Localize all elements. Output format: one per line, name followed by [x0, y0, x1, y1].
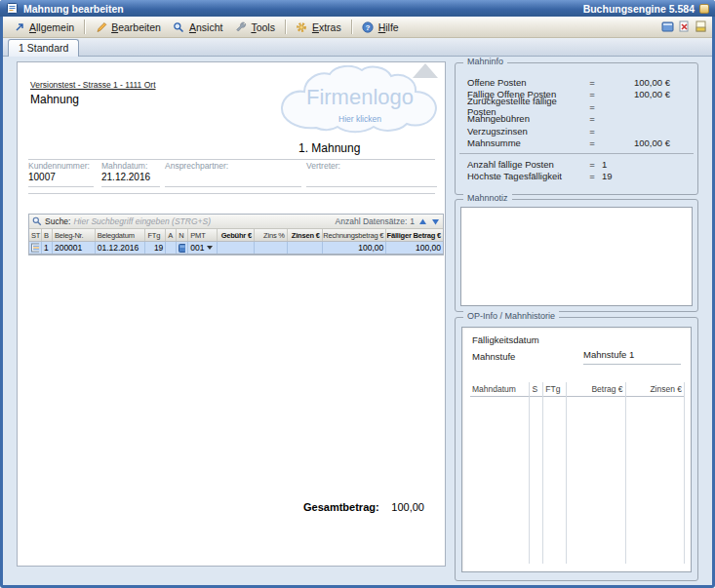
note-icon[interactable] [695, 20, 707, 33]
record-detail-icon [31, 243, 39, 253]
search-icon[interactable] [32, 216, 42, 226]
mahnnotiz-textarea[interactable] [460, 207, 693, 306]
sender-address-link[interactable]: Versionstest - Strasse 1 - 1111 Ort [30, 80, 156, 90]
window-icon[interactable] [661, 20, 674, 33]
arrow-up-icon[interactable] [417, 216, 427, 226]
history-header-mahndatum: Mahndatum [470, 382, 529, 397]
cell-faelliger-betrag: 100,00 [386, 242, 443, 254]
titlebar-button[interactable] [699, 4, 709, 14]
field-value[interactable]: 10007 [28, 171, 94, 184]
mahnung-heading: 1. Mahnung [298, 141, 360, 155]
history-column: Betrag € [567, 382, 625, 564]
history-header-s: S [530, 382, 542, 397]
pmt-value: 001 [190, 243, 204, 253]
cancel-icon[interactable] [678, 20, 691, 33]
toolbar-separator [285, 20, 286, 34]
titlebar: Mahnung bearbeiten Buchungsengine 5.584 [0, 0, 715, 17]
column-header-a[interactable]: A [166, 229, 177, 241]
column-header-gebuehr[interactable]: Gebühr € [218, 229, 255, 241]
field-value[interactable]: 21.12.2016 [101, 171, 160, 184]
cell-rechnungsbetrag: 100,00 [323, 242, 387, 254]
group-title: Mahninfo [463, 57, 507, 66]
mahnnotiz-group: Mahnnotiz [455, 199, 698, 312]
toolbar: Allgemein Bearbeiten Ansicht Tools [3, 17, 712, 38]
logo-placeholder-text: Firmenlogo [273, 85, 447, 110]
menu-ansicht[interactable]: Ansicht [168, 19, 227, 35]
column-header-st[interactable]: ST [29, 229, 42, 241]
column-header-belegnr[interactable]: Beleg-Nr. [53, 229, 96, 241]
info-row: Zurückgestellte fällige Posten = [456, 100, 697, 113]
info-label: Mahnsumme [467, 137, 584, 148]
mahnhistorie-table: Mahndatum S FTg Betrag € [470, 382, 685, 564]
menu-label: Tools [251, 21, 275, 33]
grid-row-selected[interactable]: 1 200001 01.12.2016 19 001 100,00 [29, 242, 443, 255]
column-header-belegdatum[interactable]: Belegdatum [96, 229, 146, 241]
toolbar-right-group [661, 20, 707, 33]
info-row: Höchste Tagesfälligkeit = 19 [456, 171, 697, 183]
positions-grid: Suche: Anzahl Datensätze: 1 ST B Beleg-N… [28, 214, 444, 255]
field-vertreter: Vertreter: [306, 161, 437, 187]
menu-extras[interactable]: Extras [291, 19, 346, 35]
magnifier-icon [173, 20, 185, 33]
history-header-ftg: FTg [543, 382, 566, 397]
menu-tools[interactable]: Tools [229, 19, 280, 35]
info-label: Anzahl fällige Posten [467, 159, 584, 170]
history-header-betrag: Betrag € [567, 382, 624, 397]
column-header-ftg[interactable]: FTg [145, 229, 166, 241]
history-header-zinsen: Zinsen € [626, 382, 684, 397]
document-type-label: Mahnung [30, 93, 79, 106]
total-value: 100,00 [364, 501, 424, 513]
group-title: OP-Info / Mahnhistorie [463, 311, 559, 321]
info-label: Höchste Tagesfälligkeit [467, 171, 584, 181]
cell-a [166, 242, 177, 254]
search-label: Suche: [45, 216, 70, 226]
menu-hilfe[interactable]: ? Hilfe [357, 19, 404, 35]
cell-belegdatum: 01.12.2016 [96, 242, 146, 254]
info-row: Offene Posten = 100,00 € [456, 76, 697, 89]
column-header-zins-prozent[interactable]: Zins % [255, 229, 288, 241]
history-body [530, 397, 542, 564]
info-value: 100,00 € [600, 137, 670, 148]
cell-pmt[interactable]: 001 [188, 242, 218, 254]
cell-zinsen [288, 242, 323, 254]
menu-allgemein[interactable]: Allgemein [8, 19, 79, 35]
search-input[interactable] [73, 216, 332, 227]
column-header-rechnungsbetrag[interactable]: Rechnungsbetrag € [323, 229, 387, 241]
equals-sign: = [584, 113, 600, 124]
tab-standard[interactable]: 1 Standard [8, 39, 79, 57]
cell-st [29, 242, 42, 254]
window-title: Mahnung bearbeiten [23, 3, 124, 15]
cell-b: 1 [42, 242, 53, 254]
info-label: Offene Posten [467, 77, 584, 88]
field-label: Kundennummer: [28, 161, 94, 171]
column-header-n[interactable]: N [177, 229, 188, 241]
logo-click-hint[interactable]: Hier klicken [273, 114, 447, 124]
mahninfo-rows: Offene Posten = 100,00 € Fällige Offene … [456, 63, 697, 182]
arrow-down-icon[interactable] [430, 216, 440, 226]
field-label: Vertreter: [306, 161, 437, 171]
total-row: Gesamtbetrag: 100,00 [18, 501, 445, 517]
app-icon [6, 2, 19, 15]
column-header-pmt[interactable]: PMT [188, 229, 218, 241]
field-mahndatum: Mahndatum: 21.12.2016 [101, 161, 160, 187]
equals-sign: = [584, 77, 600, 88]
record-count-label: Anzahl Datensätze: [336, 216, 408, 226]
mahnstufe-value[interactable]: Mahnstufe 1 [583, 349, 681, 365]
column-header-zinsen[interactable]: Zinsen € [288, 229, 323, 241]
opinfo-panel: Fälligkeitsdatum Mahnstufe Mahnstufe 1 M… [461, 327, 692, 572]
faelligkeitsdatum-label: Fälligkeitsdatum [472, 334, 539, 345]
menu-label: Hilfe [378, 21, 399, 33]
cell-n [177, 242, 188, 254]
chevron-down-icon[interactable] [207, 246, 213, 250]
column-header-faelliger-betrag[interactable]: Fälliger Betrag € [386, 229, 443, 241]
equals-sign: = [584, 137, 600, 148]
svg-text:?: ? [366, 22, 371, 31]
mahninfo-group: Mahninfo Offene Posten = 100,00 € Fällig… [455, 62, 698, 195]
menu-label: Bearbeiten [111, 21, 161, 33]
menu-bearbeiten[interactable]: Bearbeiten [90, 19, 166, 35]
toolbar-separator [351, 20, 352, 34]
column-header-b[interactable]: B [42, 229, 53, 241]
company-logo-area[interactable]: Firmenlogo Hier klicken [273, 65, 447, 136]
info-label: Verzugszinsen [467, 126, 584, 137]
menu-label: Allgemein [29, 21, 74, 33]
